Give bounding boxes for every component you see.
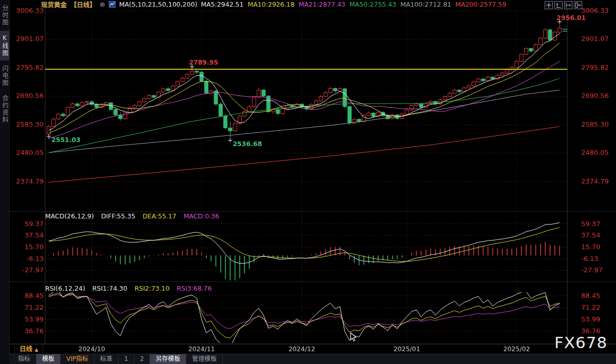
price-axis-label: 36.76 bbox=[25, 327, 44, 335]
time-axis-row: 日线 ▲ bbox=[9, 344, 616, 354]
price-annotations: 2551.032789.952536.682956.01 bbox=[47, 14, 586, 148]
price-axis-label: 59.37 bbox=[581, 220, 600, 228]
period-label: 日线 bbox=[20, 345, 32, 353]
bottom-tab-templates[interactable]: 模板 bbox=[36, 354, 61, 364]
period-selector-button[interactable]: 日线 ▲ bbox=[14, 345, 43, 353]
bottom-tab-indicators[interactable]: 指标 bbox=[12, 354, 36, 364]
sidebar-tab-timeshare[interactable]: 分时图 bbox=[0, 1, 9, 30]
price-axis-label: -27.97 bbox=[22, 266, 44, 274]
price-axis-label: 53.99 bbox=[25, 315, 44, 323]
macd-layer bbox=[49, 223, 560, 282]
chart-toolbar bbox=[545, 1, 582, 9]
price-axis-label: 53.99 bbox=[581, 315, 600, 323]
macd-title: MACD(26,12,9) bbox=[45, 212, 94, 220]
bottom-toolbar: 指标模板VIP指标标准12另存模板管理模板 bbox=[9, 354, 616, 364]
bottom-tab-slot-2[interactable]: 2 bbox=[134, 354, 150, 364]
chart-type-sidebar: 分时图K线图闪电图合约资料 bbox=[0, 0, 10, 364]
sidebar-tab-lightning[interactable]: 闪电图 bbox=[0, 62, 9, 90]
price-axis-label: 2901.07 bbox=[581, 35, 609, 43]
macd-panel-header: MACD(26,12,9) DIFF:55.35 DEA:55.17 MACD:… bbox=[45, 212, 224, 220]
rsi3-value: RSI3:68.76 bbox=[177, 285, 211, 292]
price-axis-label: 2585.30 bbox=[16, 120, 44, 128]
price-axis-label: 71.22 bbox=[581, 304, 600, 311]
price-axis-label: 2795.82 bbox=[16, 64, 44, 71]
bottom-tab-manage-template[interactable]: 管理模板 bbox=[186, 354, 223, 364]
ma-legend-item: MA5:2942.51 bbox=[201, 1, 243, 8]
price-axis-label: 2690.56 bbox=[581, 92, 609, 99]
period-tag: 【日线】 bbox=[70, 0, 96, 9]
chart-header: 现货黄金 【日线】 ⊕ MA(5,10,21,50,100,200) MA5:2… bbox=[41, 0, 510, 9]
mouse-cursor bbox=[350, 332, 357, 344]
chart-svg[interactable]: 3006.333006.332901.072901.072795.822795.… bbox=[0, 0, 616, 364]
price-axis-label: 37.54 bbox=[581, 231, 600, 239]
ma-lines-layer bbox=[49, 34, 560, 183]
price-marker-label: 2789.95 bbox=[189, 58, 218, 66]
fx678-watermark: FX678 bbox=[554, 333, 607, 352]
mini-chart-icon bbox=[109, 1, 116, 8]
macd-dea-value: DEA:55.17 bbox=[143, 212, 177, 220]
ma-legend-item: MA200:2577.59 bbox=[455, 1, 506, 8]
price-axis-label: 2480.05 bbox=[581, 149, 609, 156]
ma-legend: MA5:2942.51MA10:2926.18MA21:2877.43MA50:… bbox=[201, 1, 510, 8]
price-axis-label: 2585.30 bbox=[581, 120, 609, 128]
price-axis-label: 15.70 bbox=[581, 243, 600, 251]
candles-layer bbox=[47, 25, 562, 138]
scale-horizontal-icon[interactable] bbox=[564, 1, 572, 9]
rsi1-value: RSI1:74.30 bbox=[92, 285, 127, 292]
settings-icon[interactable]: ⊕ bbox=[100, 1, 105, 8]
ma-params-label: MA(5,10,21,50,100,200) bbox=[119, 1, 197, 8]
bottom-tab-standard[interactable]: 标准 bbox=[94, 354, 119, 364]
price-axis-label: 37.54 bbox=[25, 231, 44, 239]
price-axis-label: -27.97 bbox=[581, 266, 603, 274]
macd-diff-value: DIFF:55.35 bbox=[101, 212, 136, 220]
price-marker-label: 2956.01 bbox=[556, 14, 586, 22]
price-axis-label: 2480.05 bbox=[16, 149, 44, 156]
sidebar-tab-kline[interactable]: K线图 bbox=[0, 31, 9, 60]
ma200-line bbox=[49, 127, 560, 183]
exit-fullscreen-icon[interactable] bbox=[574, 1, 582, 9]
rsi-title: RSI(6,12,24) bbox=[45, 285, 85, 292]
ma-legend-item: MA50:2755.43 bbox=[350, 1, 396, 8]
price-axis-label: 2795.82 bbox=[581, 64, 609, 71]
ma-legend-item: MA10:2926.18 bbox=[247, 1, 294, 8]
ma-legend-item: MA21:2877.43 bbox=[299, 1, 345, 8]
sidebar-tab-contract-info[interactable]: 合约资料 bbox=[0, 91, 9, 127]
gridlines bbox=[9, 9, 616, 344]
crosshair-icon[interactable] bbox=[545, 1, 553, 9]
macd-value: MACD:0.36 bbox=[183, 212, 219, 220]
price-axis-label: 59.37 bbox=[25, 220, 44, 228]
rsi2-value: RSI2:73.10 bbox=[134, 285, 169, 292]
price-axis-label: 71.22 bbox=[25, 304, 44, 311]
bottom-tab-vip-indicators[interactable]: VIP指标 bbox=[61, 354, 94, 364]
price-axis-label: -6.13 bbox=[26, 255, 44, 262]
trading-app-window: 3006.333006.332901.072901.072795.822795.… bbox=[0, 0, 616, 364]
price-axis-label: 2374.79 bbox=[16, 177, 44, 185]
price-marker-label: 2551.03 bbox=[51, 136, 81, 144]
rsi-panel-header: RSI(6,12,24) RSI1:74.30 RSI2:73.10 RSI3:… bbox=[45, 285, 217, 292]
price-axis-label: 88.45 bbox=[25, 292, 44, 299]
ma21-line bbox=[49, 61, 560, 138]
price-axis-label: 2690.56 bbox=[16, 92, 44, 99]
ma-legend-item: MA100:2712.81 bbox=[400, 1, 451, 8]
price-axis-label: 15.70 bbox=[25, 243, 44, 251]
scale-vertical-icon[interactable] bbox=[554, 1, 563, 9]
price-axis-label: 2901.07 bbox=[16, 35, 44, 43]
price-axis-label: 3006.33 bbox=[16, 7, 44, 14]
bottom-tab-save-template[interactable]: 另存模板 bbox=[150, 354, 186, 364]
bottom-tab-slot-1[interactable]: 1 bbox=[119, 354, 134, 364]
period-arrow-icon: ▲ bbox=[34, 347, 38, 352]
price-axis-label: -6.13 bbox=[581, 255, 599, 262]
price-axis-label: 2374.79 bbox=[581, 177, 609, 185]
price-axis-label: 88.45 bbox=[581, 292, 600, 299]
price-marker-label: 2536.68 bbox=[233, 140, 262, 148]
symbol-title: 现货黄金 bbox=[41, 0, 67, 9]
